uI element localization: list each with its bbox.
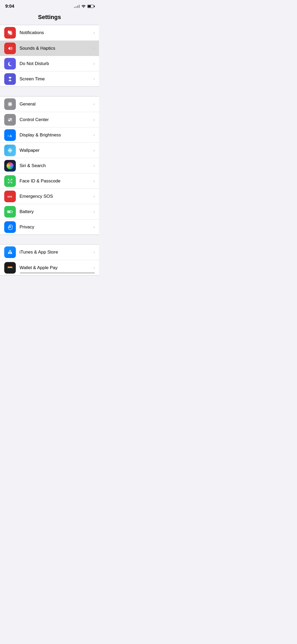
row-wallet-applepay[interactable]: Wallet & Apple Pay › — [0, 260, 99, 275]
svg-point-18 — [8, 150, 9, 151]
svg-rect-6 — [9, 80, 11, 81]
svg-rect-34 — [10, 180, 10, 181]
status-icons — [74, 4, 94, 8]
notifications-icon — [4, 27, 16, 39]
face-id-icon — [4, 175, 16, 187]
svg-rect-30 — [8, 182, 8, 183]
svg-point-12 — [8, 120, 10, 121]
svg-text:SOS: SOS — [7, 195, 12, 198]
svg-point-7 — [9, 103, 11, 105]
dnd-icon — [4, 58, 16, 70]
privacy-icon — [4, 221, 16, 233]
screen-time-chevron: › — [93, 77, 95, 81]
svg-rect-31 — [12, 182, 12, 183]
emergency-sos-icon: SOS — [4, 191, 16, 202]
section-gap-2 — [0, 235, 99, 244]
status-bar: 9:04 — [0, 0, 99, 11]
svg-point-15 — [9, 150, 11, 151]
display-brightness-icon: A A — [4, 129, 16, 141]
row-control-center[interactable]: Control Center › — [0, 112, 99, 127]
emergency-sos-chevron: › — [93, 194, 95, 199]
svg-text:A: A — [10, 134, 12, 138]
row-sounds-haptics[interactable]: Sounds & Haptics › — [0, 40, 99, 56]
row-notifications[interactable]: Notifications › — [0, 25, 99, 40]
wallpaper-chevron: › — [93, 148, 95, 153]
svg-rect-5 — [9, 77, 11, 78]
emergency-sos-label: Emergency SOS — [20, 194, 92, 199]
general-chevron: › — [93, 102, 95, 107]
svg-rect-29 — [12, 179, 12, 180]
svg-point-19 — [11, 150, 12, 151]
wallpaper-icon — [4, 145, 16, 156]
battery-setting-icon — [4, 206, 16, 218]
svg-rect-42 — [8, 268, 12, 270]
svg-point-16 — [10, 148, 11, 149]
row-display-brightness[interactable]: A A Display & Brightness › — [0, 127, 99, 142]
sounds-haptics-label: Sounds & Haptics — [20, 46, 92, 51]
control-center-icon — [4, 114, 16, 126]
general-label: General — [20, 102, 92, 107]
section-store: iTunes & App Store › Wallet & Apple Pay … — [0, 244, 99, 275]
section-notifications: Notifications › Sounds & Haptics › Do No… — [0, 25, 99, 87]
wifi-icon — [81, 4, 86, 8]
svg-point-11 — [10, 118, 12, 120]
battery-status-icon — [87, 5, 94, 8]
row-face-id[interactable]: Face ID & Passcode › — [0, 173, 99, 188]
battery-label: Battery — [20, 209, 92, 214]
privacy-chevron: › — [93, 225, 95, 229]
sounds-icon — [4, 43, 16, 54]
row-wallpaper[interactable]: Wallpaper › — [0, 142, 99, 158]
status-time: 9:04 — [5, 4, 14, 9]
screentime-icon — [4, 73, 16, 85]
svg-rect-28 — [8, 179, 8, 180]
itunes-appstore-label: iTunes & App Store — [20, 250, 92, 255]
signal-icon — [74, 5, 80, 8]
wallpaper-label: Wallpaper — [20, 148, 92, 153]
appstore-icon — [4, 246, 16, 258]
row-privacy[interactable]: Privacy › — [0, 219, 99, 234]
display-brightness-chevron: › — [93, 133, 95, 137]
svg-point-21 — [11, 149, 12, 150]
section-gap-1 — [0, 87, 99, 96]
svg-rect-37 — [12, 211, 13, 212]
row-do-not-disturb[interactable]: Do Not Disturb › — [0, 56, 99, 71]
svg-point-17 — [10, 151, 11, 153]
siri-icon — [4, 160, 16, 172]
wallet-icon — [4, 262, 16, 274]
row-itunes-appstore[interactable]: iTunes & App Store › — [0, 245, 99, 260]
svg-point-32 — [9, 180, 10, 181]
dnd-chevron: › — [93, 61, 95, 66]
section-general: General › Control Center › A A Display &… — [0, 96, 99, 235]
dnd-label: Do Not Disturb — [20, 61, 92, 66]
page-header: Settings — [0, 11, 99, 25]
siri-search-label: Siri & Search — [20, 163, 92, 168]
wallet-applepay-label: Wallet & Apple Pay — [20, 265, 92, 270]
control-center-chevron: › — [93, 117, 95, 122]
row-battery[interactable]: Battery › — [0, 204, 99, 219]
itunes-appstore-chevron: › — [93, 250, 95, 255]
svg-point-22 — [8, 151, 10, 152]
privacy-label: Privacy — [20, 224, 92, 230]
row-screen-time[interactable]: Screen Time › — [0, 71, 99, 86]
battery-chevron: › — [93, 209, 95, 214]
display-brightness-label: Display & Brightness — [20, 132, 92, 138]
page-title: Settings — [38, 14, 61, 20]
svg-point-23 — [11, 151, 12, 152]
svg-rect-38 — [8, 211, 11, 212]
row-siri-search[interactable]: Siri & Search › — [0, 158, 99, 173]
row-general[interactable]: General › — [0, 96, 99, 112]
wallet-applepay-chevron: › — [93, 265, 95, 270]
face-id-chevron: › — [93, 179, 95, 183]
notifications-label: Notifications — [20, 30, 92, 35]
notifications-chevron: › — [93, 30, 95, 35]
svg-text:A: A — [7, 135, 9, 137]
control-center-label: Control Center — [20, 117, 92, 122]
general-icon — [4, 98, 16, 110]
svg-point-33 — [11, 180, 11, 181]
row-emergency-sos[interactable]: SOS Emergency SOS › — [0, 188, 99, 204]
sounds-haptics-chevron: › — [93, 46, 95, 51]
screen-time-label: Screen Time — [20, 76, 92, 82]
face-id-label: Face ID & Passcode — [20, 178, 92, 184]
svg-point-20 — [8, 149, 10, 150]
svg-rect-4 — [10, 31, 11, 31]
